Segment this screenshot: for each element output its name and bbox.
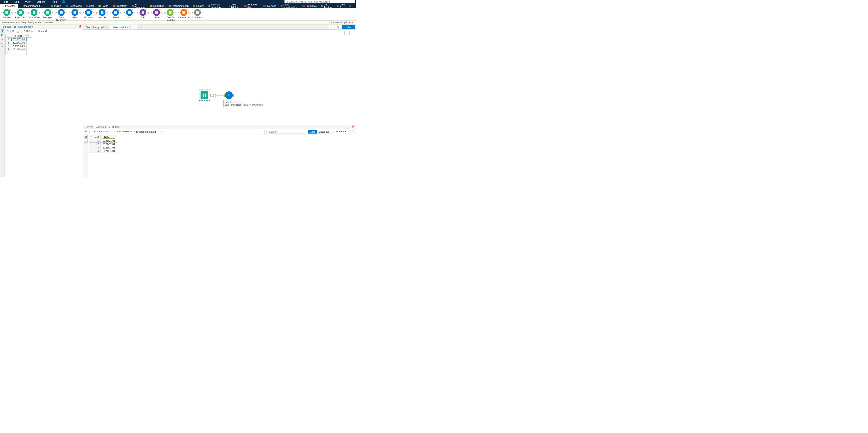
cell[interactable]: 2021/02/01: [101, 143, 117, 146]
cat-in-database[interactable]: In-Database: [129, 4, 148, 8]
delete-button[interactable]: ⊖ Delete ▾: [23, 30, 36, 33]
tool-formula[interactable]: )•★•(Formula: [82, 9, 95, 19]
cell[interactable]: 2021/01/01: [101, 139, 117, 143]
chevron-left-icon[interactable]: ‹: [45, 5, 49, 7]
node-formula[interactable]: [225, 91, 233, 99]
pin-icon[interactable]: 📌: [351, 125, 354, 128]
column-record[interactable]: Record: [89, 135, 101, 139]
actions-dropdown[interactable]: Actions ▾: [336, 130, 346, 133]
tool-text-input[interactable]: )•★•(Text Input: [41, 9, 55, 19]
row-count-box[interactable]: 000: [349, 130, 354, 133]
cat-parse[interactable]: Parse: [96, 4, 111, 8]
cell[interactable]: 2021/03/01: [101, 146, 117, 149]
check-icon[interactable]: ✓: [110, 130, 112, 133]
config-tab-refresh[interactable]: ↻: [1, 37, 4, 41]
tool-filter[interactable]: )•★•(Filter: [68, 9, 82, 19]
input-connector-icon: )•: [110, 11, 111, 14]
notification-options-button[interactable]: Click here for options ▼: [328, 21, 354, 24]
column-field1[interactable]: Field1: [101, 135, 117, 139]
node-text-input[interactable]: [199, 90, 210, 101]
cat-reporting[interactable]: Reporting: [148, 4, 166, 8]
cat-spatial[interactable]: Spatial: [191, 4, 206, 8]
cell[interactable]: 2021/04/01: [101, 149, 117, 153]
overflow-button[interactable]: »: [329, 25, 334, 29]
run-button[interactable]: ▷ Run: [342, 25, 355, 29]
workflow-canvas[interactable]: − + 4 44b Date = DateTim: [83, 30, 356, 125]
tool-sort[interactable]: )•★•(Sort: [123, 9, 136, 19]
menu-icon[interactable]: ☰: [85, 130, 87, 133]
tool-input-data[interactable]: )•★•(Input Data: [13, 9, 27, 19]
global-search[interactable]: Search for tools, help, and resources: [284, 0, 355, 3]
tool-join[interactable]: )•★•(Join: [136, 9, 150, 19]
menu-edit[interactable]: Edit: [11, 0, 22, 3]
cell-viewer-dropdown[interactable]: Cell Viewer ▾: [117, 130, 132, 133]
close-icon[interactable]: ×: [133, 26, 135, 29]
config-tab-settings[interactable]: ⚙: [1, 29, 4, 32]
cat-transform[interactable]: Transform: [111, 4, 129, 8]
tool-sample[interactable]: )•★•(Sample: [95, 9, 109, 19]
cat-join[interactable]: Join: [84, 4, 96, 8]
cat-favorites[interactable]: ★ Favorites: [0, 4, 18, 8]
config-tab-xml[interactable]: </>: [1, 33, 4, 36]
toggle-data[interactable]: Data: [308, 130, 317, 134]
history-button[interactable]: ↻: [335, 25, 341, 29]
tab-start-here[interactable]: Start Here.yxmd ×: [83, 25, 110, 30]
cat-ab-testing[interactable]: AB Testing: [319, 4, 335, 8]
config-tab-help[interactable]: ?: [1, 45, 4, 49]
cat-computer-vision[interactable]: Computer Vision: [242, 4, 261, 8]
cell[interactable]: 2021/02/01: [11, 41, 27, 44]
results-search[interactable]: Search: [265, 130, 305, 134]
cat-data-investigation[interactable]: Data Investigation: [279, 4, 300, 8]
cat-recommended[interactable]: ✦ Recommended i: [18, 4, 45, 8]
cat-in-out[interactable]: In/Out: [49, 4, 63, 8]
cat-documentation[interactable]: Documentation: [166, 4, 191, 8]
chevron-down-icon[interactable]: ⌄: [75, 25, 77, 28]
menu-help[interactable]: Help: [49, 0, 60, 3]
output-anchor[interactable]: [233, 94, 234, 97]
config-tab-tag[interactable]: ◇: [1, 41, 4, 45]
import-button[interactable]: ◻: [6, 30, 9, 33]
fields-dropdown[interactable]: 1 of 1 Fields ▾: [92, 130, 108, 133]
tool-union[interactable]: )•★•(Union: [150, 9, 163, 19]
cell[interactable]: 2021/01/01: [11, 38, 27, 41]
zoom-out-button[interactable]: −: [344, 31, 349, 35]
cat-interface[interactable]: Interface: [261, 4, 279, 8]
tool-text-to-columns[interactable]: )•★•(Text To Columns: [163, 9, 177, 21]
close-icon[interactable]: ×: [106, 26, 107, 29]
toggle-metadata[interactable]: Metadata: [317, 130, 331, 134]
cat-time-s[interactable]: Time S: [335, 4, 348, 8]
cat-machine-learning[interactable]: Machine Learning: [206, 4, 226, 8]
cell[interactable]: 2021/04/01: [11, 48, 27, 51]
tab-new-workflow[interactable]: New Workflow2* ×: [110, 25, 138, 30]
tool-output-data[interactable]: )•★•(Output Data: [27, 9, 41, 19]
tool-data-cleansing[interactable]: )•★•(Data Cleansing: [55, 9, 68, 21]
config-data-grid[interactable]: Field1⋯ 12021/01/01 22021/02/01 32021/03…: [5, 34, 82, 55]
add-icon[interactable]: ⊕: [348, 5, 352, 7]
pin-icon[interactable]: 📌: [79, 25, 82, 28]
cat-predictive[interactable]: Predictive: [300, 4, 319, 8]
results-view-help[interactable]: ?: [84, 139, 88, 143]
chevron-down-icon[interactable]: ⌄: [348, 125, 350, 128]
cell[interactable]: 2021/03/01: [11, 44, 27, 48]
copy-button[interactable]: ⧉: [12, 30, 15, 33]
tool-select[interactable]: )•★•(Select: [109, 9, 123, 19]
cat-text-mining[interactable]: Text Mining: [226, 4, 242, 8]
menu-options[interactable]: Options: [34, 0, 49, 3]
results-view-table[interactable]: ▦: [84, 135, 88, 138]
tool-comment[interactable]: )•★•(Comment: [191, 9, 204, 19]
menu-file[interactable]: File: [1, 0, 11, 3]
menu-view[interactable]: View: [22, 0, 34, 3]
arrow-down-icon[interactable]: ↓: [164, 130, 166, 133]
chevron-right-icon[interactable]: ›: [352, 5, 356, 7]
add-tab-button[interactable]: +: [138, 25, 144, 29]
arrow-up-icon[interactable]: ↑: [161, 130, 162, 133]
cat-preparation[interactable]: Preparation: [63, 4, 84, 8]
paste-button[interactable]: 📋: [16, 30, 21, 33]
insert-button[interactable]: ⊕ Insert ▾: [37, 30, 50, 33]
globe-icon[interactable]: 🌐: [62, 0, 65, 3]
tool-browse[interactable]: )•★•(Browse: [0, 9, 13, 19]
results-data-grid[interactable]: Record Field1 12021/01/01 22021/02/01 32…: [88, 134, 118, 177]
zoom-in-button[interactable]: +: [349, 31, 354, 35]
column-header[interactable]: Field1: [11, 34, 27, 38]
tool-summarize[interactable]: )•★•(Summarize: [177, 9, 191, 19]
